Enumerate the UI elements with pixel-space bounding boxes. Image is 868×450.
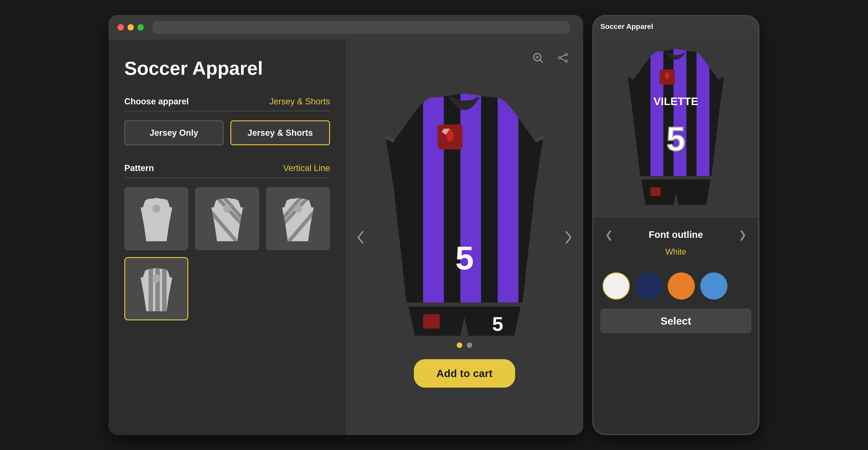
- svg-point-19: [565, 60, 567, 62]
- url-bar[interactable]: [153, 21, 569, 34]
- phone-font-outline-section: ❮ Font outline ❯ White: [594, 217, 758, 268]
- svg-line-20: [560, 55, 565, 57]
- phone-font-outline-value: White: [602, 247, 749, 257]
- svg-rect-38: [651, 187, 661, 196]
- browser-titlebar: [108, 15, 583, 40]
- pattern-diagonal2[interactable]: [266, 187, 330, 250]
- svg-text:VILETTE: VILETTE: [653, 95, 698, 107]
- jersey-shorts-button[interactable]: Jersey & Shorts: [230, 120, 330, 145]
- pattern-value: Vertical Line: [283, 163, 330, 173]
- carousel-dot-1[interactable]: [457, 343, 462, 348]
- pattern-diagonal[interactable]: [195, 187, 259, 250]
- svg-text:5: 5: [666, 120, 685, 158]
- add-to-cart-button[interactable]: Add to cart: [414, 359, 515, 388]
- svg-line-14: [540, 60, 543, 63]
- phone-content: VILETTE 5 ❮ Font outline ❯ White: [594, 37, 758, 434]
- phone-next-arrow[interactable]: ❯: [736, 227, 749, 243]
- svg-point-4: [223, 204, 231, 213]
- choose-apparel-header: Choose apparel Jersey & Shorts: [124, 97, 330, 111]
- page-title: Soccer Apparel: [124, 58, 330, 78]
- color-swatch-navy[interactable]: [635, 272, 662, 299]
- browser-content: Soccer Apparel Choose apparel Jersey & S…: [108, 40, 583, 435]
- svg-rect-24: [498, 87, 519, 336]
- svg-point-8: [294, 204, 302, 213]
- center-preview: 5 5 Add to cart: [346, 40, 583, 435]
- phone-prev-arrow[interactable]: ❮: [602, 227, 616, 243]
- jersey-only-button[interactable]: Jersey Only: [124, 120, 223, 145]
- browser-window: Soccer Apparel Choose apparel Jersey & S…: [108, 15, 583, 435]
- pattern-vertical[interactable]: [124, 257, 188, 320]
- choose-apparel-value: Jersey & Shorts: [270, 97, 330, 106]
- color-swatch-blue[interactable]: [700, 272, 727, 299]
- phone-font-outline-label: Font outline: [616, 229, 736, 240]
- choose-apparel-label: Choose apparel: [124, 97, 189, 106]
- color-swatch-orange[interactable]: [668, 272, 695, 299]
- svg-text:5: 5: [492, 313, 503, 335]
- zoom-button[interactable]: [529, 49, 547, 67]
- prev-arrow[interactable]: [352, 229, 368, 245]
- pattern-plain[interactable]: [124, 187, 188, 250]
- phone-font-outline-row: ❮ Font outline ❯: [602, 227, 749, 243]
- close-dot[interactable]: [118, 24, 124, 31]
- pattern-header: Pattern Vertical Line: [124, 163, 330, 178]
- phone-titlebar: Soccer Apparel: [594, 16, 758, 37]
- minimize-dot[interactable]: [127, 24, 134, 31]
- svg-line-21: [560, 59, 565, 61]
- svg-rect-23: [460, 87, 481, 336]
- left-panel: Soccer Apparel Choose apparel Jersey & S…: [108, 40, 346, 435]
- mobile-phone: Soccer Apparel: [592, 15, 760, 435]
- svg-rect-30: [423, 314, 440, 329]
- phone-page-title: Soccer Apparel: [600, 22, 751, 31]
- pattern-grid: [124, 187, 330, 320]
- apparel-buttons: Jersey Only Jersey & Shorts: [124, 120, 330, 145]
- pattern-label: Pattern: [124, 163, 154, 173]
- next-arrow[interactable]: [561, 229, 577, 245]
- phone-jersey-preview: VILETTE 5: [594, 37, 758, 217]
- maximize-dot[interactable]: [137, 24, 144, 31]
- color-swatch-white[interactable]: [602, 272, 630, 299]
- svg-point-0: [152, 204, 160, 213]
- svg-rect-22: [423, 87, 444, 336]
- svg-point-17: [558, 57, 561, 59]
- carousel-dot-2[interactable]: [467, 343, 472, 348]
- svg-rect-9: [149, 266, 153, 311]
- svg-text:5: 5: [455, 239, 474, 277]
- carousel-dots: [457, 343, 472, 348]
- select-button[interactable]: Select: [600, 309, 751, 333]
- share-button[interactable]: [554, 49, 572, 67]
- browser-dots: [118, 24, 144, 31]
- color-swatches: [594, 268, 758, 304]
- preview-icons: [529, 49, 572, 67]
- svg-rect-10: [155, 266, 160, 311]
- jersey-preview: 5 5: [374, 87, 555, 336]
- svg-point-12: [152, 275, 160, 283]
- svg-point-18: [565, 53, 567, 56]
- svg-rect-11: [162, 266, 166, 311]
